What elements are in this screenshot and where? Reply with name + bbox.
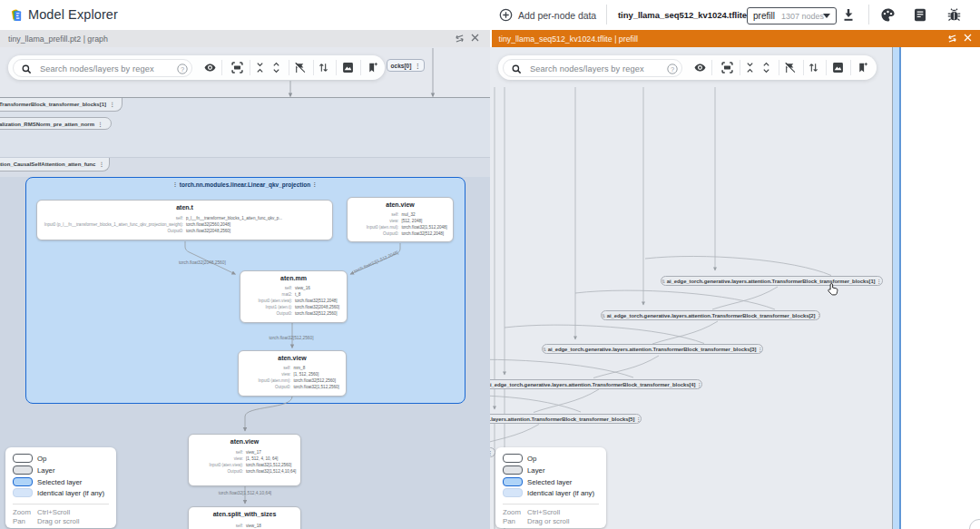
svg-text:torch.float32[2048,2560]: torch.float32[2048,2560] [179, 260, 226, 265]
svg-text:torch.float32[1,512,4,10,64]: torch.float32[1,512,4,10,64] [219, 491, 271, 495]
svg-text:torch.float32[512,2560]: torch.float32[512,2560] [269, 336, 313, 340]
svg-text:torch.float32[1,512,2048]: torch.float32[1,512,2048] [353, 250, 399, 273]
